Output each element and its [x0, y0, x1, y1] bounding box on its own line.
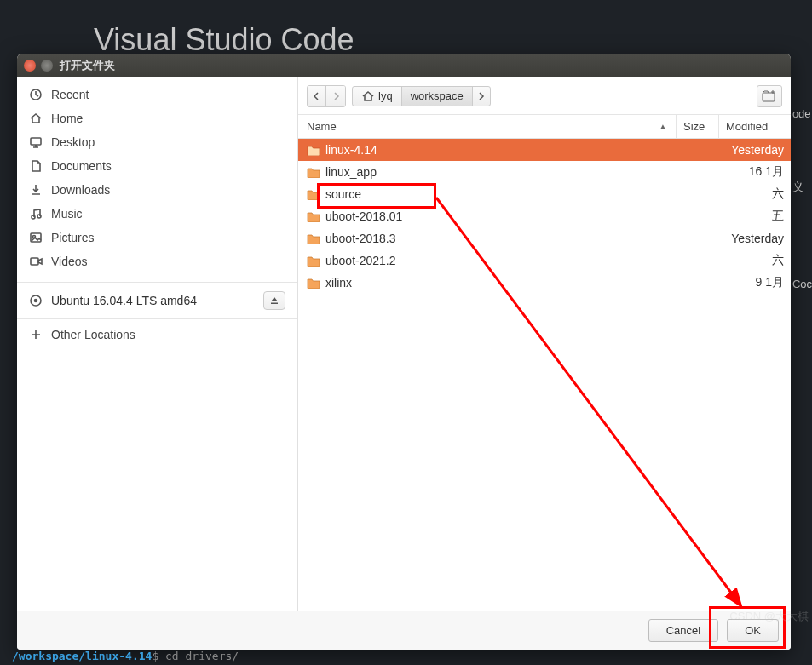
- sidebar-item-home[interactable]: Home: [17, 106, 297, 130]
- file-modified: 16 1月: [719, 164, 791, 180]
- file-row[interactable]: uboot-2018.3Yesterday: [298, 227, 791, 249]
- file-row[interactable]: uboot-2021.2六: [298, 249, 791, 272]
- terminal-fragment: /workspace/linux-4.14$ cd drivers/: [0, 650, 812, 665]
- file-name: linux_app: [325, 165, 377, 179]
- file-name: linux-4.14: [325, 143, 377, 157]
- folder-icon: [307, 210, 320, 222]
- file-modified: 9 1月: [719, 275, 791, 290]
- file-row[interactable]: linux-4.14Yesterday: [298, 139, 791, 161]
- background-fragments: ode 义 Coc: [792, 102, 812, 296]
- pathbar: lyq workspace: [298, 77, 791, 115]
- main-panel: lyq workspace Name▲ Size Modified linux-…: [298, 77, 791, 611]
- file-row[interactable]: linux_app16 1月: [298, 161, 791, 183]
- sidebar: RecentHomeDesktopDocumentsDownloadsMusic…: [17, 77, 298, 611]
- home-icon: [29, 112, 43, 125]
- downloads-icon: [29, 183, 43, 197]
- pictures-icon: [29, 231, 43, 244]
- desktop-icon: [29, 135, 43, 149]
- file-name: source: [325, 187, 361, 201]
- nav-forward-button[interactable]: [326, 86, 345, 106]
- sidebar-item-recent[interactable]: Recent: [17, 83, 297, 106]
- crumb-forward[interactable]: [472, 86, 491, 106]
- svg-point-2: [32, 215, 35, 219]
- svg-rect-6: [31, 258, 38, 265]
- svg-point-3: [37, 215, 41, 218]
- crumb-workspace[interactable]: workspace: [401, 86, 473, 106]
- titlebar[interactable]: 打开文件夹: [17, 54, 791, 77]
- file-name: xilinx: [325, 276, 352, 290]
- col-modified-header[interactable]: Modified: [719, 115, 791, 138]
- svg-rect-10: [763, 93, 775, 101]
- sort-asc-icon: ▲: [659, 122, 667, 131]
- disk-icon: [29, 294, 43, 307]
- folder-icon: [307, 188, 320, 200]
- sidebar-mount-label: Ubuntu 16.04.4 LTS amd64: [51, 294, 197, 307]
- sidebar-item-label: Downloads: [51, 183, 110, 197]
- svg-rect-1: [31, 138, 41, 145]
- close-icon[interactable]: [24, 60, 36, 72]
- svg-point-8: [35, 300, 37, 302]
- file-modified: Yesterday: [719, 143, 791, 157]
- sidebar-item-label: Desktop: [51, 135, 95, 149]
- sidebar-other-locations[interactable]: Other Locations: [17, 323, 297, 347]
- app-title: Visual Studio Code: [94, 22, 354, 58]
- folder-icon: [307, 255, 320, 267]
- file-modified: 六: [719, 186, 791, 202]
- sidebar-item-label: Other Locations: [51, 328, 135, 341]
- sidebar-item-label: Documents: [51, 159, 112, 173]
- watermark: CSDN @大大棋: [729, 609, 809, 624]
- videos-icon: [29, 255, 43, 268]
- sidebar-item-label: Recent: [51, 88, 89, 101]
- minimize-icon[interactable]: [41, 60, 53, 72]
- breadcrumb: lyq workspace: [353, 86, 491, 106]
- cancel-button[interactable]: Cancel: [648, 619, 718, 642]
- sidebar-item-label: Videos: [51, 255, 88, 268]
- file-row[interactable]: uboot-2018.01五: [298, 205, 791, 227]
- sidebar-item-pictures[interactable]: Pictures: [17, 226, 297, 249]
- sidebar-item-downloads[interactable]: Downloads: [17, 178, 297, 202]
- music-icon: [29, 207, 43, 221]
- nav-back-button[interactable]: [308, 86, 326, 106]
- folder-icon: [307, 144, 320, 156]
- sidebar-item-documents[interactable]: Documents: [17, 154, 297, 178]
- column-header: Name▲ Size Modified: [298, 115, 791, 139]
- sidebar-item-label: Home: [51, 112, 83, 125]
- sidebar-item-videos[interactable]: Videos: [17, 249, 297, 273]
- sidebar-item-label: Music: [51, 207, 83, 221]
- file-modified: 五: [719, 209, 791, 224]
- dialog-title: 打开文件夹: [60, 58, 115, 73]
- folder-icon: [307, 166, 320, 178]
- file-name: uboot-2018.01: [325, 209, 402, 223]
- file-row[interactable]: xilinx9 1月: [298, 272, 791, 294]
- col-name-header[interactable]: Name▲: [298, 115, 677, 138]
- open-folder-dialog: 打开文件夹 RecentHomeDesktopDocumentsDownload…: [17, 54, 791, 650]
- crumb-home[interactable]: lyq: [352, 86, 402, 106]
- plus-icon: [29, 328, 43, 341]
- col-size-header[interactable]: Size: [677, 115, 719, 138]
- recent-icon: [29, 88, 43, 101]
- folder-icon: [307, 232, 320, 244]
- sidebar-item-label: Pictures: [51, 231, 95, 244]
- documents-icon: [29, 159, 43, 173]
- home-icon: [361, 89, 375, 103]
- file-name: uboot-2018.3: [325, 232, 396, 245]
- file-modified: 六: [719, 253, 791, 268]
- folder-icon: [307, 277, 320, 289]
- eject-button[interactable]: [263, 291, 285, 310]
- file-list[interactable]: linux-4.14Yesterdaylinux_app16 1月source六…: [298, 139, 791, 611]
- file-row[interactable]: source六: [298, 183, 791, 205]
- sidebar-item-music[interactable]: Music: [17, 202, 297, 226]
- sidebar-item-desktop[interactable]: Desktop: [17, 130, 297, 154]
- sidebar-mount[interactable]: Ubuntu 16.04.4 LTS amd64: [17, 286, 297, 315]
- svg-rect-9: [271, 303, 278, 305]
- file-name: uboot-2021.2: [325, 254, 396, 267]
- file-modified: Yesterday: [719, 232, 791, 245]
- new-folder-button[interactable]: [757, 85, 782, 107]
- dialog-footer: Cancel OK: [17, 611, 791, 650]
